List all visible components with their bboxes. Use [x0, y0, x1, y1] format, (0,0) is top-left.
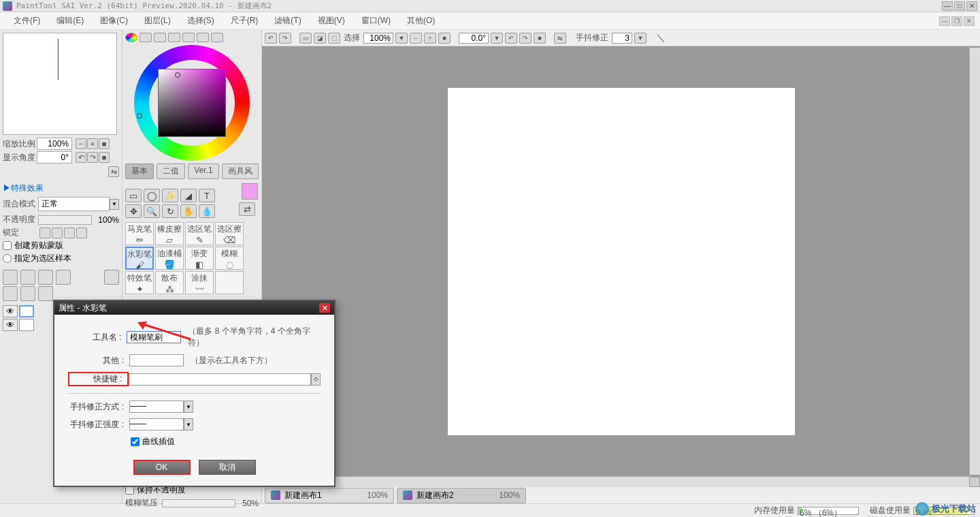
scroll-down-button[interactable]	[970, 475, 980, 476]
ct-zoom-fit[interactable]: ■	[438, 33, 451, 44]
swap-colors-icon[interactable]: ⇄	[239, 202, 255, 216]
doc-minimize-button[interactable]: —	[939, 16, 950, 26]
tool-rect-select[interactable]: ▭	[125, 189, 142, 202]
ct-angle-input[interactable]: 0.0°	[459, 33, 489, 44]
brush-bucket[interactable]: 油漆桶🪣	[155, 247, 184, 270]
scroll-right-button[interactable]	[969, 477, 980, 487]
vertical-scrollbar[interactable]	[969, 46, 980, 476]
rotate-reset-button[interactable]: ■	[99, 152, 110, 163]
menu-file[interactable]: 文件(F)	[5, 12, 48, 29]
blur-pressure-slider[interactable]	[162, 499, 235, 507]
ct-flip-button[interactable]: ⇋	[554, 33, 566, 44]
ct-line-icon[interactable]: ＼	[655, 33, 667, 44]
ct-zoom-in[interactable]: +	[424, 33, 436, 44]
menu-ruler[interactable]: 尺子(R)	[223, 12, 267, 29]
merge-down-button[interactable]	[3, 286, 18, 301]
ct-select-icon[interactable]: ⬚	[328, 33, 340, 44]
brush-smear[interactable]: 涂抹〰	[185, 271, 214, 294]
canvas[interactable]	[448, 88, 795, 435]
color-hsv-mode-icon[interactable]	[154, 33, 166, 42]
zoom-reset-button[interactable]: ■	[99, 138, 110, 149]
color-hue-picker-dot[interactable]	[137, 113, 142, 119]
palette-tab-canvas-style[interactable]: 画具风	[222, 163, 259, 179]
lock-none-button[interactable]	[39, 228, 50, 238]
clip-mask-checkbox[interactable]	[3, 241, 12, 250]
doc-restore-button[interactable]: ❐	[951, 16, 962, 26]
new-layer-button[interactable]	[3, 270, 18, 285]
menu-other[interactable]: 其他(O)	[399, 12, 443, 29]
blend-mode-dropdown-icon[interactable]: ▼	[110, 199, 119, 210]
color-wheel-mode-icon[interactable]	[125, 33, 137, 42]
layer-thumbnail[interactable]	[19, 319, 34, 331]
menu-image[interactable]: 图像(C)	[92, 12, 136, 29]
window-minimize-button[interactable]: —	[942, 1, 953, 11]
stabilizer-mode-dropdown-icon[interactable]: ▼	[184, 401, 193, 413]
ct-angle-reset[interactable]: ■	[534, 33, 546, 44]
tool-rotate[interactable]: ↻	[162, 204, 178, 218]
tool-zoom[interactable]: 🔍	[144, 204, 160, 218]
menu-filter[interactable]: 滤镜(T)	[266, 12, 309, 29]
window-maximize-button[interactable]: □	[954, 1, 965, 11]
color-palette-mode-icon[interactable]	[182, 33, 195, 42]
color-swatch-mode-icon[interactable]	[197, 33, 209, 42]
ct-deselect-button[interactable]: ▭	[299, 33, 312, 44]
navigator-thumbnail[interactable]	[3, 33, 117, 135]
rotate-ccw-button[interactable]: ↶	[76, 152, 86, 163]
layer-thumbnail[interactable]	[19, 305, 34, 317]
zoom-in-button[interactable]: +	[87, 138, 98, 149]
brush-blur[interactable]: 模糊◌	[215, 247, 244, 270]
color-gray-mode-icon[interactable]	[168, 33, 180, 42]
menu-layer[interactable]: 图层(L)	[136, 12, 179, 29]
clear-layer-button[interactable]	[38, 286, 53, 301]
new-linework-layer-button[interactable]	[20, 270, 35, 285]
zoom-value[interactable]: 100%	[37, 138, 72, 150]
layer-visibility-icon[interactable]: 👁	[3, 305, 18, 317]
color-scratchpad-icon[interactable]	[211, 33, 223, 42]
lock-pixels-button[interactable]	[52, 228, 63, 238]
curve-interpolation-checkbox[interactable]	[131, 437, 140, 446]
ct-zoom-dropdown[interactable]: ▼	[395, 33, 408, 44]
selection-sample-radio[interactable]	[3, 254, 12, 263]
ct-rotate-cw[interactable]: ↷	[519, 33, 532, 44]
tool-lasso[interactable]: ◯	[144, 189, 160, 202]
ct-rotate-ccw[interactable]: ↶	[505, 33, 517, 44]
stabilizer-mode-select[interactable]: ——	[129, 401, 184, 413]
doc-close-button[interactable]: ✕	[964, 16, 975, 26]
special-effects-toggle[interactable]: ▶特殊效果	[3, 183, 119, 194]
shortcut-input[interactable]	[129, 373, 311, 386]
palette-tab-ver1[interactable]: Ver.1	[188, 163, 218, 179]
palette-tab-basic[interactable]: 基本	[125, 163, 154, 179]
canvas-viewport[interactable]	[262, 46, 980, 476]
palette-tab-binary[interactable]: 二值	[157, 163, 185, 179]
brush-scatter[interactable]: 散布⁂	[155, 271, 184, 294]
ct-redo-button[interactable]: ↷	[279, 33, 291, 44]
flip-horizontal-button[interactable]: ⇋	[108, 166, 119, 177]
menu-view[interactable]: 视图(V)	[310, 12, 353, 29]
mask-button[interactable]	[104, 270, 119, 285]
horizontal-scrollbar[interactable]	[262, 476, 980, 487]
menu-select[interactable]: 选择(S)	[179, 12, 223, 29]
tool-text[interactable]: T	[199, 189, 215, 202]
color-sv-picker-dot[interactable]	[175, 72, 180, 78]
foreground-color-swatch[interactable]	[242, 183, 258, 200]
ct-stabilizer-input[interactable]: 3	[612, 33, 632, 44]
tool-eyedropper[interactable]: 💧	[199, 204, 215, 218]
dialog-titlebar[interactable]: 属性 - 水彩笔 ✕	[54, 301, 334, 315]
document-tab-1[interactable]: 新建画布1 100%	[265, 488, 394, 503]
brush-watercolor[interactable]: 水彩笔🖌	[125, 247, 154, 270]
ct-invert-button[interactable]: ◪	[314, 33, 326, 44]
tool-magic-wand[interactable]: ✨	[162, 189, 178, 202]
lock-all-button[interactable]	[76, 228, 87, 238]
delete-layer-button[interactable]	[20, 286, 35, 301]
transfer-layer-button[interactable]	[56, 270, 71, 285]
opacity-slider[interactable]	[38, 215, 92, 225]
shortcut-clear-button[interactable]: ◇	[311, 373, 321, 386]
tool-shape[interactable]: ◢	[180, 189, 197, 202]
dialog-cancel-button[interactable]: 取消	[199, 460, 256, 475]
ct-angle-dropdown[interactable]: ▼	[491, 33, 503, 44]
brush-selection-pen[interactable]: 选区笔✎	[185, 222, 214, 245]
ct-zoom-input[interactable]: 100%	[363, 33, 393, 44]
brush-selection-erase[interactable]: 选区擦⌫	[215, 222, 244, 245]
rotate-cw-button[interactable]: ↷	[87, 152, 98, 163]
brush-marker[interactable]: 马克笔✏	[125, 222, 154, 245]
